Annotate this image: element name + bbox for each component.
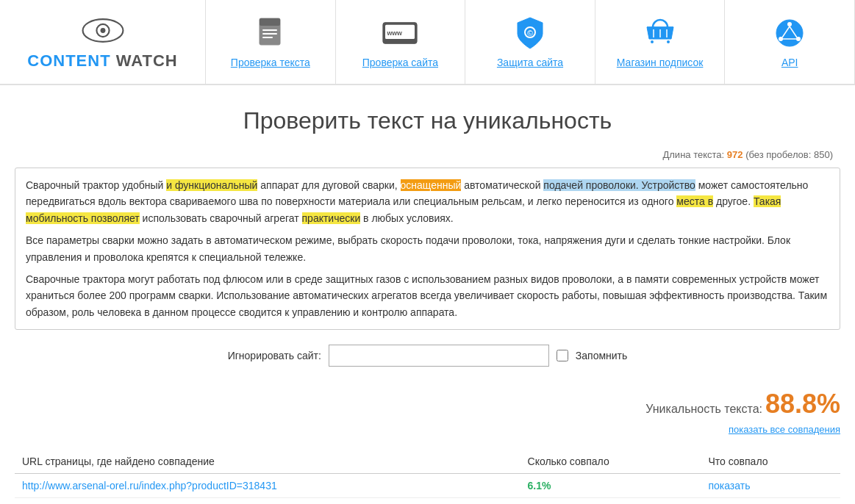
- table-cell-action-1: показать: [701, 474, 840, 498]
- table-row: http://www.arsenal-orel.ru/index.php?pro…: [15, 474, 840, 498]
- results-table: URL страницы, где найдено совпадение Ско…: [15, 450, 840, 504]
- svg-rect-13: [651, 40, 654, 43]
- table-cell-percent-2: 5.0%: [520, 498, 701, 504]
- logo-area: CONTENT WATCH: [0, 0, 206, 84]
- www-icon: www: [382, 15, 418, 51]
- nav-protect-site-label: Защита сайта: [497, 57, 563, 68]
- table-cell-url: http://www.arsenal-orel.ru/index.php?pro…: [15, 474, 520, 498]
- highlight-practically: практически: [302, 212, 361, 224]
- show-match-link-1[interactable]: показать: [708, 480, 750, 492]
- svg-text:©: ©: [527, 29, 533, 37]
- table-cell-percent-1: 6.1%: [520, 474, 701, 498]
- nav-check-text[interactable]: Проверка текста: [206, 0, 336, 84]
- nav-shop[interactable]: Магазин подписок: [595, 0, 726, 84]
- remember-checkbox[interactable]: [557, 350, 568, 361]
- eye-logo-icon: [81, 14, 125, 47]
- svg-point-2: [100, 28, 105, 33]
- ignore-site-label: Игнорировать сайт:: [228, 350, 321, 361]
- remember-label[interactable]: Запомнить: [576, 350, 628, 361]
- api-icon: [772, 15, 807, 51]
- logo-content: CONTENT: [27, 51, 110, 70]
- nav-check-text-label: Проверка текста: [231, 57, 310, 68]
- uniqueness-section: Уникальность текста: 88.8%: [15, 389, 840, 420]
- col-percent: Сколько совпало: [520, 450, 701, 474]
- svg-point-20: [787, 22, 792, 26]
- svg-rect-4: [260, 18, 280, 26]
- nav-check-site[interactable]: www Проверка сайта: [336, 0, 466, 84]
- svg-rect-5: [262, 29, 277, 31]
- table-header-row: URL страницы, где найдено совпадение Ско…: [15, 450, 840, 474]
- table-cell-url-2: http://www.one-power.ru/p/...: [15, 498, 520, 504]
- document-icon: [253, 15, 288, 51]
- header: CONTENT WATCH Проверка текста www Провер…: [0, 0, 855, 85]
- svg-rect-6: [262, 33, 277, 35]
- logo-text: CONTENT WATCH: [27, 51, 177, 71]
- highlight-mobility: Такая мобильность позволяет: [26, 195, 781, 223]
- svg-rect-14: [667, 40, 670, 43]
- uniqueness-value: 88.8%: [765, 389, 840, 419]
- basket-icon: [643, 15, 678, 51]
- nav-protect-site[interactable]: © Защита сайта: [465, 0, 595, 84]
- show-all-matches-link[interactable]: показать все совпадения: [15, 424, 840, 435]
- nav-check-site-label: Проверка сайта: [362, 57, 438, 68]
- page-title: Проверить текст на уникальность: [15, 107, 840, 134]
- highlight-equipped: оснащенный: [401, 179, 462, 191]
- col-url: URL страницы, где найдено совпадение: [15, 450, 520, 474]
- text-length-info: Длина текста: 972 (без пробелов: 850): [15, 149, 840, 160]
- table-cell-action-2: показать: [701, 498, 840, 504]
- nav-api-label: API: [781, 57, 798, 68]
- text-length-value: 972: [727, 149, 743, 160]
- logo-watch: WATCH: [111, 51, 178, 70]
- nav-shop-label: Магазин подписок: [617, 57, 704, 68]
- text-length-label: Длина текста:: [662, 149, 724, 160]
- text-box: Сварочный трактор удобный и функциональн…: [15, 168, 840, 330]
- uniqueness-label: Уникальность текста:: [645, 403, 762, 415]
- svg-text:www: www: [387, 29, 403, 37]
- table-row: http://www.one-power.ru/p/... 5.0% показ…: [15, 498, 840, 504]
- no-spaces-label: (без пробелов: 850): [745, 149, 833, 160]
- highlight-feed: подачей проволоки. Устройство: [543, 179, 695, 191]
- ignore-site-row: Игнорировать сайт: Запомнить: [15, 345, 840, 367]
- shield-icon: ©: [512, 15, 548, 51]
- paragraph2: Все параметры сварки можно задать в авто…: [26, 232, 829, 265]
- result-url-link-1[interactable]: http://www.arsenal-orel.ru/index.php?pro…: [22, 480, 277, 492]
- nav-api[interactable]: API: [725, 0, 855, 84]
- highlight-functional: и функциональный: [166, 179, 257, 191]
- main-content: Проверить текст на уникальность Длина те…: [0, 85, 855, 504]
- paragraph3: Сварочные трактора могут работать под фл…: [26, 271, 829, 320]
- col-action: Что совпало: [701, 450, 840, 474]
- highlight-place: места в: [676, 195, 713, 207]
- svg-rect-7: [262, 37, 273, 38]
- ignore-site-input[interactable]: [329, 345, 549, 367]
